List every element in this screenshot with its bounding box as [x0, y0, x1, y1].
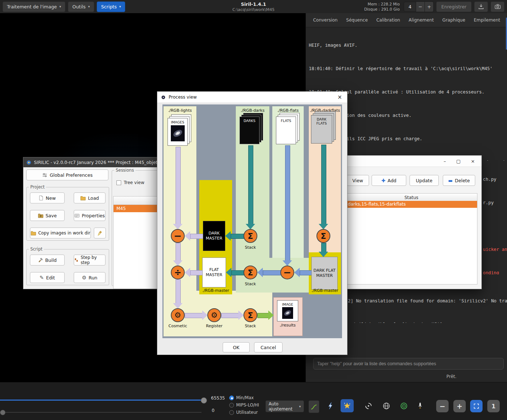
arrow-stack-to-darkmaster	[231, 234, 244, 239]
autostretch-label: Auto ajustement	[269, 401, 299, 412]
high-slider-track[interactable]	[0, 400, 201, 401]
quick-photometry-button[interactable]	[324, 399, 337, 412]
project-group-label: Project	[29, 184, 46, 190]
tab[interactable]: Conversion	[312, 16, 338, 24]
high-slider-handle[interactable]	[201, 397, 207, 404]
ok-button[interactable]: OK	[223, 342, 250, 352]
close-button[interactable]: ×	[471, 159, 475, 164]
arrow-flats-to-subtract	[285, 145, 290, 261]
checkbox-icon	[116, 180, 121, 185]
minimize-button[interactable]: –	[443, 159, 446, 164]
arrow-head	[246, 224, 255, 229]
pencil-icon: ✎	[40, 275, 44, 280]
cosmetic-node: ⚙	[171, 308, 185, 322]
darkflat-master-box: DARK FLAT MASTER	[311, 257, 338, 290]
transfer-curve-button[interactable]	[308, 400, 319, 413]
properties-button[interactable]: Properties	[74, 210, 105, 221]
cancel-button[interactable]: Cancel	[254, 342, 283, 352]
zoom-100-button[interactable]: 1	[487, 400, 500, 412]
rocket-icon	[416, 402, 424, 410]
command-input[interactable]	[313, 358, 504, 370]
step-by-step-button[interactable]: Step by step	[74, 255, 105, 266]
disk-stat: Disque : 291.0 Gio	[364, 7, 400, 12]
arrow-stack-to-results	[257, 313, 269, 318]
maximize-button[interactable]: ▢	[456, 159, 461, 164]
arrow-register-to-stack	[221, 313, 239, 318]
tab[interactable]: Empilement	[473, 16, 501, 24]
menu-button[interactable]: Traitement de l'image▾	[3, 1, 65, 12]
add-button[interactable]: ✚ Add	[372, 175, 406, 186]
snapshot-button[interactable]	[491, 1, 504, 12]
save-button[interactable]: Enregistrer	[436, 1, 472, 12]
tab[interactable]: Alignement	[408, 16, 435, 24]
menu-button[interactable]: Outils▾	[68, 1, 94, 12]
load-project-button[interactable]: Load	[74, 192, 105, 203]
camera-icon	[494, 3, 501, 10]
radio-option[interactable]: Utilisateur	[229, 409, 259, 416]
sessions-dialog-title-bar[interactable]: – ▢ ×	[342, 156, 481, 167]
lights-folder-label: ./RGB-lights	[164, 108, 196, 113]
radio-option[interactable]: MIPS-LO/HI	[229, 401, 259, 409]
divide-node-lights: ÷	[171, 266, 185, 279]
edit-label: Edit	[46, 275, 55, 280]
copy-images-button[interactable]: Copy images in work dir	[30, 228, 91, 238]
session-row-selected[interactable]: darks,15-flats,15-darkflats	[346, 201, 477, 208]
save-project-button[interactable]: Save	[30, 210, 65, 221]
arrow-darkflatmaster-to-subtract	[300, 270, 312, 275]
status-column-header[interactable]: Status	[345, 193, 477, 201]
chevron-down-icon: ▾	[88, 5, 90, 8]
menu-button[interactable]: Scripts▾	[97, 1, 125, 12]
arrow-stack-to-darkflatmaster	[321, 243, 326, 252]
register-node: ⚙	[207, 308, 221, 322]
tab-bar: Conversion Séquence Calibration Aligneme…	[306, 13, 507, 27]
edit-button[interactable]: ✎ Edit	[30, 272, 65, 283]
arrow-darkmaster-to-subtract	[190, 234, 204, 239]
register-label: Register	[203, 324, 225, 328]
radio-icon	[229, 396, 234, 400]
process-view-title-bar[interactable]: Process view ×	[157, 92, 347, 103]
spiral-tool-button[interactable]	[362, 399, 375, 412]
darks-label: DARKS	[240, 119, 259, 123]
arrow-head	[226, 268, 231, 277]
console-line: ch.py	[483, 176, 507, 182]
tree-view-label: Tree view	[124, 180, 144, 185]
zoom-in-button[interactable]: +	[453, 400, 466, 412]
stack-label-final: Stack	[239, 324, 261, 328]
zoom-out-button[interactable]: −	[436, 400, 449, 412]
tab[interactable]: Calibration	[376, 16, 401, 24]
rgb-master-label: ./RGB-master	[199, 288, 232, 293]
livestack-button[interactable]	[414, 399, 427, 412]
autostretch-dropdown[interactable]: Auto ajustement ▾	[265, 400, 304, 412]
annotations-button[interactable]	[380, 399, 393, 412]
galaxy-thumbnail	[171, 125, 185, 141]
build-button[interactable]: Build	[30, 255, 65, 266]
tab[interactable]: Séquence	[345, 16, 368, 24]
download-button[interactable]	[474, 1, 488, 12]
plus-icon: ✚	[381, 178, 385, 183]
low-slider-handle[interactable]	[0, 410, 5, 415]
images-label: IMAGES	[168, 120, 187, 124]
tree-view-checkbox-row[interactable]: Tree view	[116, 180, 144, 185]
run-button[interactable]: ⚙ Run	[74, 272, 105, 283]
process-diagram: ./RGB-lights ./RGB-darks ./RGB-flats ./R…	[162, 104, 342, 338]
zoom-fit-button[interactable]	[470, 400, 483, 412]
radio-label: MIPS-LO/HI	[236, 402, 259, 408]
update-button[interactable]: Update	[410, 175, 439, 186]
view-button[interactable]: View	[346, 175, 369, 186]
global-preferences-button[interactable]: Global Preferences	[26, 169, 108, 180]
thread-increment-button[interactable]: +	[425, 1, 434, 12]
new-project-button[interactable]: New	[30, 192, 65, 203]
tab[interactable]: Graphique	[442, 16, 466, 24]
target-button[interactable]	[397, 399, 410, 412]
properties-label: Properties	[82, 213, 105, 218]
results-folder-label: ./results	[273, 323, 302, 328]
close-icon[interactable]: ×	[336, 94, 343, 100]
radio-option[interactable]: Min/Max	[229, 394, 259, 401]
rgb-master-label-2: ./RGB-master	[309, 288, 341, 293]
low-slider-track[interactable]	[0, 412, 201, 413]
thread-decrement-button[interactable]: −	[416, 1, 425, 12]
clean-button[interactable]	[94, 228, 106, 238]
delete-button[interactable]: ▬ Delete	[443, 175, 475, 186]
photometry-star-button[interactable]	[341, 399, 354, 412]
process-view-dialog: Process view × ./RGB-lights ./RGB-darks …	[157, 91, 347, 355]
